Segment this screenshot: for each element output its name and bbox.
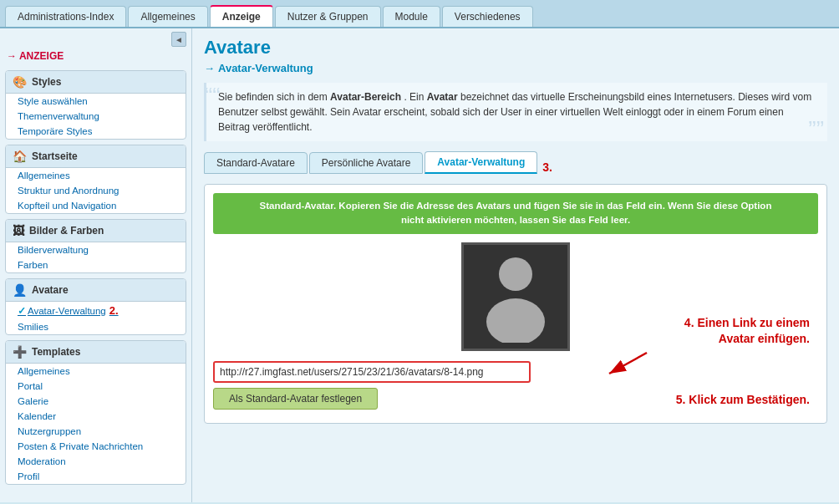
avatar-frame: [461, 242, 570, 351]
sidebar-link-smilies[interactable]: Smilies: [6, 319, 186, 334]
sidebar-section-templates: ➕ Templates Allgemeines Portal Galerie K…: [5, 340, 186, 485]
tab-nutzer-gruppen[interactable]: Nutzer & Gruppen: [275, 6, 381, 27]
sidebar-link-temporaere-styles[interactable]: Temporäre Styles: [6, 124, 186, 139]
templates-title: Templates: [32, 346, 80, 358]
url-input-area: Als Standard-Avatar festlegen 4. Einen L…: [213, 361, 818, 410]
desc-bold2: Avatar: [427, 91, 458, 103]
sidebar-link-farben[interactable]: Farben: [6, 257, 186, 272]
sidebar-link-profil[interactable]: Profil: [6, 469, 186, 484]
styles-title: Styles: [32, 76, 61, 88]
sidebar-section-startseite: 🏠 Startseite Allgemeines Struktur und An…: [5, 145, 186, 214]
tab-persoenliche-avatare[interactable]: Persönliche Avatare: [309, 152, 424, 174]
styles-icon: 🎨: [13, 75, 27, 89]
startseite-icon: 🏠: [13, 150, 27, 163]
content-area: Avatare → Avatar-Verwaltung Sie befinden…: [192, 28, 839, 502]
tab-avatar-verwaltung[interactable]: Avatar-Verwaltung: [425, 151, 537, 174]
tab-anzeige[interactable]: Anzeige: [210, 5, 273, 27]
top-navigation: Administrations-Index Allgemeines Anzeig…: [0, 0, 839, 28]
sidebar-link-avatar-verwaltung[interactable]: ✓ Avatar-Verwaltung 2.: [6, 302, 186, 319]
tab-verschiedenes[interactable]: Verschiedenes: [442, 6, 533, 27]
tab-administrations-index[interactable]: Administrations-Index: [5, 6, 126, 27]
sidebar-collapse-button[interactable]: ◄: [171, 32, 186, 47]
tab-allgemeines[interactable]: Allgemeines: [128, 6, 207, 27]
page-title: Avatare: [204, 37, 827, 59]
bilder-title: Bilder & Farben: [29, 225, 104, 237]
note5-text: 5. Klick zum Bestätigen.: [676, 393, 810, 406]
desc-text1: Sie befinden sich in dem: [218, 91, 328, 103]
desc-text2: . Ein: [404, 91, 424, 103]
sidebar-link-themenverwaltung[interactable]: Themenverwaltung: [6, 109, 186, 124]
bilder-icon: 🖼: [13, 224, 24, 237]
sidebar-link-templates-allgemeines[interactable]: Allgemeines: [6, 364, 186, 379]
sidebar-link-struktur[interactable]: Struktur und Anordnung: [6, 183, 186, 198]
svg-point-0: [499, 257, 532, 291]
anzeige-text: → ANZEIGE: [7, 50, 64, 62]
avatar-panel: Standard-Avatar. Kopieren Sie die Adress…: [204, 184, 827, 424]
avatare-title: Avatare: [32, 284, 69, 296]
avatar-verwaltung-label: Avatar-Verwaltung: [28, 306, 106, 316]
tab-module[interactable]: Module: [383, 6, 440, 27]
sidebar-section-bilder: 🖼 Bilder & Farben Bilderverwaltung Farbe…: [5, 219, 186, 273]
avatar-silhouette-icon: [478, 251, 553, 343]
main-layout: ◄ → ANZEIGE 🎨 Styles Style auswählen The…: [0, 28, 839, 502]
avatare-icon: 👤: [13, 283, 27, 297]
sidebar-link-galerie[interactable]: Galerie: [6, 394, 186, 409]
annotation-2: 2.: [109, 304, 119, 317]
annotation-3: 3.: [542, 160, 552, 174]
sidebar-link-bilderverwaltung[interactable]: Bilderverwaltung: [6, 242, 186, 257]
sidebar-section-styles: 🎨 Styles Style auswählen Themenverwaltun…: [5, 70, 186, 140]
avatar-submit-button[interactable]: Als Standard-Avatar festlegen: [213, 388, 378, 410]
avatar-url-input[interactable]: [213, 361, 531, 383]
sidebar: ◄ → ANZEIGE 🎨 Styles Style auswählen The…: [0, 28, 192, 502]
subtitle-arrow-icon: →: [204, 62, 215, 74]
sidebar-link-posten[interactable]: Posten & Private Nachrichten: [6, 439, 186, 454]
templates-icon: ➕: [13, 345, 27, 359]
anzeige-label: → ANZEIGE: [0, 48, 191, 67]
note4-text: 4. Einen Link zu einemAvatar einfügen.: [684, 316, 810, 346]
red-arrow-icon: [601, 349, 651, 382]
check-icon: ✓: [18, 305, 26, 317]
sidebar-link-kopfteil[interactable]: Kopfteil und Navigation: [6, 198, 186, 213]
sidebar-section-header-startseite: 🏠 Startseite: [6, 145, 186, 168]
startseite-title: Startseite: [32, 150, 78, 162]
sidebar-link-allgemeines[interactable]: Allgemeines: [6, 168, 186, 183]
sidebar-section-avatare: 👤 Avatare ✓ Avatar-Verwaltung 2. Smilies: [5, 278, 186, 335]
subtitle-link[interactable]: Avatar-Verwaltung: [218, 62, 313, 74]
description-box: Sie befinden sich in dem Avatar-Bereich …: [204, 83, 827, 141]
submit-row: Als Standard-Avatar festlegen: [213, 388, 378, 410]
sidebar-link-moderation[interactable]: Moderation: [6, 454, 186, 469]
avatar-info-box: Standard-Avatar. Kopieren Sie die Adress…: [213, 193, 818, 234]
sidebar-link-style-auswaehlen[interactable]: Style auswählen: [6, 94, 186, 109]
sidebar-collapse-area: ◄: [0, 28, 191, 48]
svg-point-1: [486, 298, 545, 343]
sidebar-section-header-templates: ➕ Templates: [6, 341, 186, 364]
sidebar-link-portal[interactable]: Portal: [6, 379, 186, 394]
tab-bar: Standard-Avatare Persönliche Avatare Ava…: [204, 151, 827, 174]
page-subtitle: → Avatar-Verwaltung: [204, 62, 827, 74]
annotation-note-5: 5. Klick zum Bestätigen.: [676, 393, 810, 406]
sidebar-link-kalender[interactable]: Kalender: [6, 409, 186, 424]
svg-line-3: [609, 353, 647, 374]
sidebar-section-header-avatare: 👤 Avatare: [6, 279, 186, 302]
annotation-note-4: 4. Einen Link zu einemAvatar einfügen.: [684, 315, 810, 348]
sidebar-section-header-styles: 🎨 Styles: [6, 71, 186, 94]
sidebar-section-header-bilder: 🖼 Bilder & Farben: [6, 220, 186, 242]
tab-standard-avatare[interactable]: Standard-Avatare: [204, 152, 308, 174]
desc-bold1: Avatar-Bereich: [330, 91, 401, 103]
sidebar-link-nutzergruppen[interactable]: Nutzergruppen: [6, 424, 186, 439]
